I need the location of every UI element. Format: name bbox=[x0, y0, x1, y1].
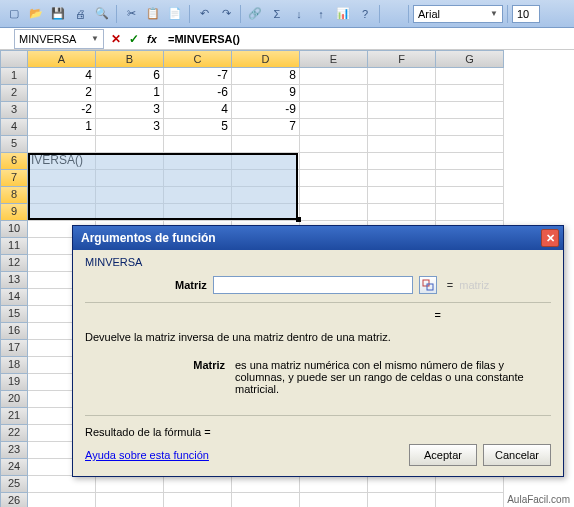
row-header[interactable]: 1 bbox=[0, 68, 28, 85]
matrix-input[interactable] bbox=[213, 276, 413, 294]
row-header[interactable]: 7 bbox=[0, 170, 28, 187]
cell[interactable] bbox=[300, 102, 368, 119]
cell[interactable] bbox=[232, 170, 300, 187]
cell[interactable] bbox=[96, 493, 164, 507]
cell[interactable]: 2 bbox=[28, 85, 96, 102]
chart-icon[interactable]: 📊 bbox=[333, 4, 353, 24]
cell[interactable]: -2 bbox=[28, 102, 96, 119]
row-header[interactable]: 9 bbox=[0, 204, 28, 221]
cell[interactable] bbox=[96, 187, 164, 204]
row-header[interactable]: 24 bbox=[0, 459, 28, 476]
cell[interactable]: 1 bbox=[28, 119, 96, 136]
font-size-select[interactable]: 10 bbox=[512, 5, 540, 23]
cell[interactable] bbox=[300, 68, 368, 85]
cell[interactable] bbox=[96, 170, 164, 187]
cell[interactable]: 4 bbox=[164, 102, 232, 119]
cell[interactable]: -7 bbox=[164, 68, 232, 85]
cell[interactable]: 6 bbox=[96, 68, 164, 85]
cell[interactable] bbox=[28, 170, 96, 187]
row-header[interactable]: 19 bbox=[0, 374, 28, 391]
help-icon[interactable]: ? bbox=[355, 4, 375, 24]
column-header[interactable]: F bbox=[368, 50, 436, 68]
function-button[interactable]: fx bbox=[144, 31, 160, 47]
cell[interactable] bbox=[300, 170, 368, 187]
row-header[interactable]: 23 bbox=[0, 442, 28, 459]
cell[interactable] bbox=[164, 136, 232, 153]
cell[interactable] bbox=[28, 204, 96, 221]
cancel-formula-button[interactable]: ✕ bbox=[108, 31, 124, 47]
dialog-titlebar[interactable]: Argumentos de función ✕ bbox=[73, 226, 563, 250]
cell[interactable] bbox=[300, 493, 368, 507]
cell[interactable] bbox=[436, 102, 504, 119]
accept-button[interactable]: Aceptar bbox=[409, 444, 477, 466]
cell[interactable] bbox=[96, 204, 164, 221]
cell[interactable] bbox=[232, 493, 300, 507]
cancel-button[interactable]: Cancelar bbox=[483, 444, 551, 466]
row-header[interactable]: 8 bbox=[0, 187, 28, 204]
cell[interactable] bbox=[368, 85, 436, 102]
cell[interactable] bbox=[300, 476, 368, 493]
row-header[interactable]: 18 bbox=[0, 357, 28, 374]
cell[interactable] bbox=[300, 187, 368, 204]
column-header[interactable]: D bbox=[232, 50, 300, 68]
undo-icon[interactable]: ↶ bbox=[194, 4, 214, 24]
preview-icon[interactable]: 🔍 bbox=[92, 4, 112, 24]
row-header[interactable]: 17 bbox=[0, 340, 28, 357]
cell[interactable] bbox=[436, 476, 504, 493]
cell[interactable] bbox=[436, 493, 504, 507]
row-header[interactable]: 16 bbox=[0, 323, 28, 340]
row-header[interactable]: 10 bbox=[0, 221, 28, 238]
cell[interactable] bbox=[368, 102, 436, 119]
cell[interactable]: 7 bbox=[232, 119, 300, 136]
cell[interactable] bbox=[300, 153, 368, 170]
column-header[interactable]: E bbox=[300, 50, 368, 68]
row-header[interactable]: 13 bbox=[0, 272, 28, 289]
cell[interactable] bbox=[96, 476, 164, 493]
cell[interactable] bbox=[300, 136, 368, 153]
cell[interactable] bbox=[368, 153, 436, 170]
help-link[interactable]: Ayuda sobre esta función bbox=[85, 449, 209, 461]
cell[interactable] bbox=[96, 153, 164, 170]
row-header[interactable]: 12 bbox=[0, 255, 28, 272]
column-header[interactable]: G bbox=[436, 50, 504, 68]
cell[interactable] bbox=[436, 136, 504, 153]
row-header[interactable]: 4 bbox=[0, 119, 28, 136]
cell[interactable] bbox=[368, 187, 436, 204]
cell[interactable] bbox=[232, 153, 300, 170]
cell[interactable] bbox=[436, 187, 504, 204]
cell[interactable]: 5 bbox=[164, 119, 232, 136]
sum-icon[interactable]: Σ bbox=[267, 4, 287, 24]
cell[interactable] bbox=[300, 119, 368, 136]
cell[interactable] bbox=[164, 170, 232, 187]
cell[interactable]: -6 bbox=[164, 85, 232, 102]
cell[interactable] bbox=[164, 153, 232, 170]
cell[interactable] bbox=[28, 493, 96, 507]
row-header[interactable]: 15 bbox=[0, 306, 28, 323]
cell[interactable] bbox=[368, 136, 436, 153]
column-header[interactable]: B bbox=[96, 50, 164, 68]
font-select[interactable]: Arial ▼ bbox=[413, 5, 503, 23]
cut-icon[interactable]: ✂ bbox=[121, 4, 141, 24]
cell[interactable]: 3 bbox=[96, 102, 164, 119]
cell[interactable] bbox=[436, 204, 504, 221]
cell[interactable]: 4 bbox=[28, 68, 96, 85]
row-header[interactable]: 21 bbox=[0, 408, 28, 425]
row-header[interactable]: 11 bbox=[0, 238, 28, 255]
copy-icon[interactable]: 📋 bbox=[143, 4, 163, 24]
row-header[interactable]: 14 bbox=[0, 289, 28, 306]
new-icon[interactable]: ▢ bbox=[4, 4, 24, 24]
cell[interactable] bbox=[368, 170, 436, 187]
select-all-corner[interactable] bbox=[0, 50, 28, 68]
accept-formula-button[interactable]: ✓ bbox=[126, 31, 142, 47]
row-header[interactable]: 6 bbox=[0, 153, 28, 170]
cell[interactable] bbox=[368, 204, 436, 221]
name-box[interactable]: MINVERSA ▼ bbox=[14, 29, 104, 49]
cell[interactable]: -9 bbox=[232, 102, 300, 119]
save-icon[interactable]: 💾 bbox=[48, 4, 68, 24]
cell[interactable] bbox=[28, 187, 96, 204]
sort-asc-icon[interactable]: ↓ bbox=[289, 4, 309, 24]
cell[interactable] bbox=[436, 153, 504, 170]
cell[interactable] bbox=[232, 204, 300, 221]
cell[interactable]: IVERSA() bbox=[28, 153, 96, 170]
cell[interactable]: 9 bbox=[232, 85, 300, 102]
